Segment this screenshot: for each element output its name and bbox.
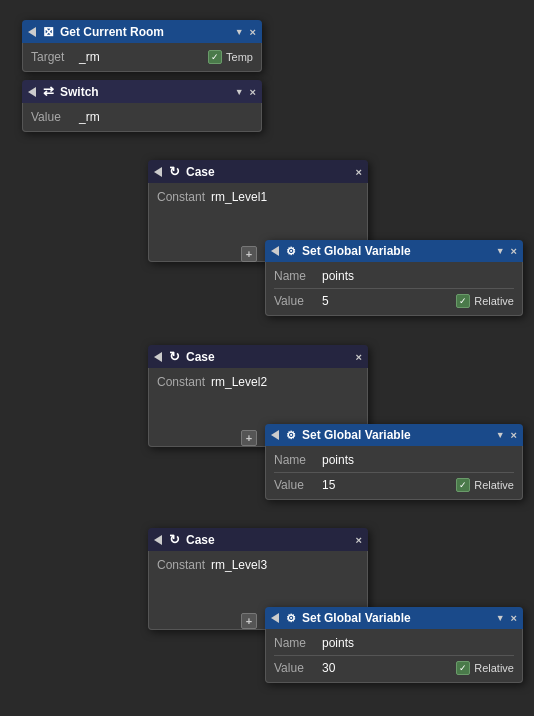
dropdown-icon-gcr[interactable]: ▼ [235, 27, 244, 37]
dropdown-icon-sg3[interactable]: ▼ [496, 613, 505, 623]
sg2-separator [274, 472, 514, 473]
close-button-sw[interactable]: × [250, 86, 256, 98]
sg2-header: ⚙ Set Global Variable ▼ × [265, 424, 523, 446]
sg3-value-value: 30 [322, 661, 335, 675]
sg3-body: Name points Value 30 Relative [265, 629, 523, 683]
switch-body: Value _rm [22, 103, 262, 132]
sg2-icon: ⚙ [286, 429, 296, 442]
case3-title: Case [186, 533, 352, 547]
sg2-value-value: 15 [322, 478, 335, 492]
sg2-relative-checkbox[interactable] [456, 478, 470, 492]
sg2-relative-label: Relative [474, 479, 514, 491]
collapse-icon-sg2[interactable] [271, 430, 279, 440]
case3-constant-row: Constant rm_Level3 [157, 556, 359, 574]
collapse-icon-c3[interactable] [154, 535, 162, 545]
switch-value-label: Value [31, 110, 73, 124]
gcr-target-row: Target _rm Temp [31, 48, 253, 66]
close-button-c1[interactable]: × [356, 166, 362, 178]
header-icon-gcr: ⊠ [43, 24, 54, 39]
case2-constant-row: Constant rm_Level2 [157, 373, 359, 391]
collapse-icon-c2[interactable] [154, 352, 162, 362]
collapse-icon-sw[interactable] [28, 87, 36, 97]
sg1-icon: ⚙ [286, 245, 296, 258]
collapse-icon-sg1[interactable] [271, 246, 279, 256]
sg2-relative-wrapper: Relative [456, 478, 514, 492]
sg2-body: Name points Value 15 Relative [265, 446, 523, 500]
case2-title: Case [186, 350, 352, 364]
collapse-icon-sg3[interactable] [271, 613, 279, 623]
case2-constant-value: rm_Level2 [211, 375, 267, 389]
close-button-sg1[interactable]: × [511, 245, 517, 257]
close-button-sg3[interactable]: × [511, 612, 517, 624]
dropdown-icon-sg1[interactable]: ▼ [496, 246, 505, 256]
sg3-relative-label: Relative [474, 662, 514, 674]
collapse-icon-c1[interactable] [154, 167, 162, 177]
sg1-title: Set Global Variable [302, 244, 492, 258]
sg3-relative-wrapper: Relative [456, 661, 514, 675]
sg3-icon: ⚙ [286, 612, 296, 625]
gcr-body: Target _rm Temp [22, 43, 262, 72]
set-global-1-node: ⚙ Set Global Variable ▼ × Name points Va… [265, 240, 523, 316]
gcr-temp-checkbox[interactable] [208, 50, 222, 64]
sg1-name-row: Name points [274, 267, 514, 285]
case2-icon: ↻ [169, 349, 180, 364]
switch-value-row: Value _rm [31, 108, 253, 126]
sg1-name-label: Name [274, 269, 316, 283]
case1-constant-row: Constant rm_Level1 [157, 188, 359, 206]
case3-constant-value: rm_Level3 [211, 558, 267, 572]
switch-icon: ⇄ [43, 84, 54, 99]
sg1-relative-checkbox[interactable] [456, 294, 470, 308]
sg1-relative-label: Relative [474, 295, 514, 307]
collapse-icon-gcr[interactable] [28, 27, 36, 37]
case1-icon: ↻ [169, 164, 180, 179]
close-button-c3[interactable]: × [356, 534, 362, 546]
dropdown-icon-sw[interactable]: ▼ [235, 87, 244, 97]
sg2-name-row: Name points [274, 451, 514, 469]
switch-node: ⇄ Switch ▼ × Value _rm [22, 80, 262, 132]
case1-header: ↻ Case × [148, 160, 368, 183]
plus-connector-2[interactable]: + [241, 430, 257, 446]
case1-title: Case [186, 165, 352, 179]
get-current-room-header: ⊠ Get Current Room ▼ × [22, 20, 262, 43]
sg1-body: Name points Value 5 Relative [265, 262, 523, 316]
case3-icon: ↻ [169, 532, 180, 547]
case2-header: ↻ Case × [148, 345, 368, 368]
switch-title: Switch [60, 85, 231, 99]
sg3-relative-checkbox[interactable] [456, 661, 470, 675]
case3-header: ↻ Case × [148, 528, 368, 551]
sg2-value-row: Value 15 Relative [274, 476, 514, 494]
close-button-sg2[interactable]: × [511, 429, 517, 441]
case1-constant-value: rm_Level1 [211, 190, 267, 204]
set-global-2-node: ⚙ Set Global Variable ▼ × Name points Va… [265, 424, 523, 500]
close-button-c2[interactable]: × [356, 351, 362, 363]
sg3-value-row: Value 30 Relative [274, 659, 514, 677]
sg2-title: Set Global Variable [302, 428, 492, 442]
sg3-title: Set Global Variable [302, 611, 492, 625]
sg2-name-value: points [322, 453, 354, 467]
gcr-target-value: _rm [79, 50, 100, 64]
plus-connector-1[interactable]: + [241, 246, 257, 262]
case1-constant-label: Constant [157, 190, 205, 204]
sg2-name-label: Name [274, 453, 316, 467]
gcr-temp-wrapper: Temp [208, 50, 253, 64]
sg1-value-label: Value [274, 294, 316, 308]
close-button-gcr[interactable]: × [250, 26, 256, 38]
sg3-name-value: points [322, 636, 354, 650]
switch-value-value: _rm [79, 110, 100, 124]
dropdown-icon-sg2[interactable]: ▼ [496, 430, 505, 440]
sg1-relative-wrapper: Relative [456, 294, 514, 308]
case3-constant-label: Constant [157, 558, 205, 572]
plus-connector-3[interactable]: + [241, 613, 257, 629]
case2-constant-label: Constant [157, 375, 205, 389]
gcr-title: Get Current Room [60, 25, 231, 39]
sg1-separator [274, 288, 514, 289]
gcr-target-label: Target [31, 50, 73, 64]
switch-header: ⇄ Switch ▼ × [22, 80, 262, 103]
gcr-temp-label: Temp [226, 51, 253, 63]
set-global-3-node: ⚙ Set Global Variable ▼ × Name points Va… [265, 607, 523, 683]
sg3-separator [274, 655, 514, 656]
sg1-value-row: Value 5 Relative [274, 292, 514, 310]
sg1-name-value: points [322, 269, 354, 283]
sg3-value-label: Value [274, 661, 316, 675]
sg1-header: ⚙ Set Global Variable ▼ × [265, 240, 523, 262]
